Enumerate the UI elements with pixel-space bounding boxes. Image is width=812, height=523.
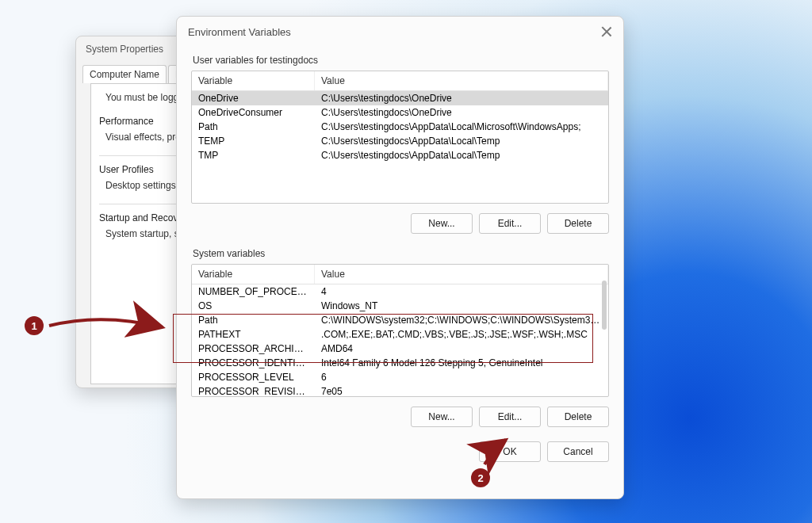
scrollbar-thumb[interactable] [602,281,607,330]
annotation-badge-1: 1 [25,316,44,335]
cell-value: C:\WINDOWS\system32;C:\WINDOWS;C:\WINDOW… [315,313,608,327]
cell-value: 7e05 [315,384,608,397]
table-row[interactable]: TEMPC:\Users\testingdocs\AppData\Local\T… [192,134,608,148]
cell-variable: PROCESSOR_REVISION [192,384,315,397]
sysprops-title: System Properties [86,44,163,55]
cell-variable: PROCESSOR_IDENTIFIER [192,356,315,370]
table-row[interactable]: OSWindows_NT [192,299,608,313]
system-vars-heading: System variables [193,248,609,259]
user-vars-list[interactable]: Variable Value OneDriveC:\Users\testingd… [191,71,609,204]
system-vars-list[interactable]: Variable Value NUMBER_OF_PROCESSORS4OSWi… [191,264,609,397]
table-row[interactable]: PROCESSOR_IDENTIFIERIntel64 Family 6 Mod… [192,356,608,370]
cell-value: C:\Users\testingdocs\OneDrive [315,105,608,120]
cell-value: 6 [315,370,608,384]
table-row[interactable]: PathC:\WINDOWS\system32;C:\WINDOWS;C:\WI… [192,313,608,327]
column-variable[interactable]: Variable [192,71,315,90]
table-row[interactable]: PathC:\Users\testingdocs\AppData\Local\M… [192,120,608,134]
cell-variable: OS [192,299,315,313]
cell-value: AMD64 [315,342,608,356]
ok-button[interactable]: OK [479,441,541,462]
table-row[interactable]: NUMBER_OF_PROCESSORS4 [192,284,608,299]
cell-variable: Path [192,313,315,327]
cell-variable: OneDriveConsumer [192,105,315,120]
cell-variable: TEMP [192,134,315,148]
table-row[interactable]: TMPC:\Users\testingdocs\AppData\Local\Te… [192,148,608,162]
environment-variables-dialog: Environment Variables User variables for… [176,16,624,499]
cell-variable: PROCESSOR_ARCHITECTURE [192,342,315,356]
system-delete-button[interactable]: Delete [547,407,609,427]
column-value[interactable]: Value [315,265,608,284]
cell-value: C:\Users\testingdocs\AppData\Local\Micro… [315,120,608,134]
system-edit-button[interactable]: Edit... [479,407,541,427]
system-new-button[interactable]: New... [411,407,473,427]
user-edit-button[interactable]: Edit... [479,213,541,234]
user-delete-button[interactable]: Delete [547,213,609,234]
column-value[interactable]: Value [315,71,608,90]
cell-variable: PATHEXT [192,327,315,342]
cell-value: 4 [315,284,608,299]
env-titlebar: Environment Variables [177,17,623,47]
table-row[interactable]: PROCESSOR_LEVEL6 [192,370,608,384]
cell-value: .COM;.EXE;.BAT;.CMD;.VBS;.VBE;.JS;.JSE;.… [315,327,608,342]
table-row[interactable]: PROCESSOR_ARCHITECTUREAMD64 [192,342,608,356]
cell-variable: Path [192,120,315,134]
user-vars-heading: User variables for testingdocs [193,55,609,66]
cell-variable: NUMBER_OF_PROCESSORS [192,284,315,299]
table-row[interactable]: PROCESSOR_REVISION7e05 [192,384,608,397]
cell-value: C:\Users\testingdocs\AppData\Local\Temp [315,134,608,148]
env-title: Environment Variables [188,26,291,38]
table-row[interactable]: PATHEXT.COM;.EXE;.BAT;.CMD;.VBS;.VBE;.JS… [192,327,608,342]
cell-value: C:\Users\testingdocs\AppData\Local\Temp [315,148,608,162]
user-new-button[interactable]: New... [411,213,473,234]
cell-variable: TMP [192,148,315,162]
table-row[interactable]: OneDriveConsumerC:\Users\testingdocs\One… [192,105,608,120]
close-icon[interactable] [601,26,612,37]
cell-variable: PROCESSOR_LEVEL [192,370,315,384]
cell-value: Windows_NT [315,299,608,313]
table-row[interactable]: OneDriveC:\Users\testingdocs\OneDrive [192,91,608,105]
cell-value: C:\Users\testingdocs\OneDrive [315,91,608,105]
tab-computer-name[interactable]: Computer Name [82,65,167,83]
cell-value: Intel64 Family 6 Model 126 Stepping 5, G… [315,356,608,370]
cancel-button[interactable]: Cancel [547,441,609,462]
cell-variable: OneDrive [192,91,315,105]
column-variable[interactable]: Variable [192,265,315,284]
